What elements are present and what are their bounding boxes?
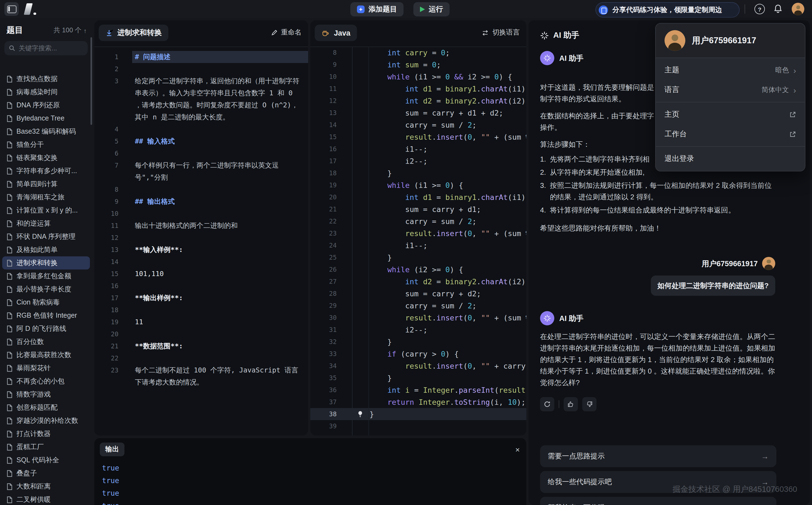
lightbulb-icon[interactable] [356,410,364,418]
markdown-line[interactable]: 1# 问题描述 [94,51,308,63]
user-avatar[interactable] [792,3,804,15]
sidebar-item[interactable]: 创意标题匹配 [2,401,90,414]
markdown-line[interactable]: 2 [94,63,308,75]
sidebar-item[interactable]: 叠盘子 [2,467,90,480]
code-editor[interactable]: 8 int carry = 0;9 int sum = 0;10 while (… [310,46,527,436]
code-line[interactable]: 25 } [310,251,527,264]
code-line[interactable]: 14 carry = sum / 2; [310,119,527,131]
markdown-line[interactable]: 17**输出样例**: [94,292,308,304]
problem-title-tab[interactable]: 进制求和转换 [99,25,168,41]
code-line[interactable]: 32 } [310,336,527,348]
markdown-line[interactable]: 10 [94,208,308,220]
switch-language-button[interactable]: 切换语言 [481,28,520,37]
suggestion-button[interactable]: 需要一点思路提示→ [540,445,776,467]
suggestion-button[interactable]: 帮我检查一下代码→ [540,497,776,505]
sidebar-item[interactable]: 字符串有多少种可... [2,164,90,177]
close-icon[interactable]: × [515,445,520,454]
markdown-line[interactable]: 4 [94,123,308,135]
code-line[interactable]: 33 if (carry > 0) { [310,348,527,360]
code-line[interactable]: 38} [310,408,527,420]
thumbs-up-button[interactable] [564,397,578,411]
sidebar-toggle-button[interactable] [4,2,19,16]
code-line[interactable]: 35 } [310,372,527,384]
sidebar-item[interactable]: 穿越沙漠的补给次数 [2,414,90,427]
regenerate-button[interactable] [540,397,554,411]
add-problem-button[interactable]: + 添加题目 [350,2,403,16]
sidebar-item[interactable]: 阿 D 的飞行路线 [2,322,90,335]
sidebar-item[interactable]: SQL 代码补全 [2,454,90,467]
dropdown-item-退出登录[interactable]: 退出登录 [656,149,805,169]
code-line[interactable]: 30 result.insert(0, "" + (sum % [310,312,527,324]
language-tab[interactable]: Java [315,25,357,41]
sidebar-item[interactable]: 病毒感染时间 [2,86,90,99]
sidebar-item[interactable]: 百分位数 [2,335,90,348]
sidebar-item[interactable]: 简单四则计算 [2,177,90,191]
code-line[interactable]: 23 result.insert(0, "" + (sum % [310,227,527,239]
markdown-editor[interactable]: 1# 问题描述23给定两个二进制字符串，返回他们的和（用十进制字符串表示）。输入… [94,46,308,436]
code-line[interactable]: 10 while (i1 >= 0 && i2 >= 0) { [310,71,527,83]
dropdown-item-语言[interactable]: 语言简体中文› [656,80,805,100]
markdown-line[interactable]: 9## 输出格式 [94,195,308,208]
sidebar-item[interactable]: 大数和距离 [2,480,90,493]
sidebar-item[interactable]: 及格如此简单 [2,243,90,256]
markdown-line[interactable]: 16 [94,280,308,292]
sidebar-item[interactable]: 链表聚集交换 [2,151,90,164]
markdown-line[interactable]: 1911 [94,316,308,328]
search-input[interactable]: 关键字搜索... [4,41,88,55]
sidebar-item[interactable]: RGB 色值转 Integer [2,309,90,322]
suggestion-button[interactable]: 给我一些代码提示吧→ [540,471,776,493]
code-line[interactable]: 9 int sum = 0; [310,58,527,71]
markdown-line[interactable]: 21**数据范围**: [94,340,308,352]
code-line[interactable]: 36 int i = Integer.parseInt(result.t [310,384,527,396]
code-line[interactable]: 13 sum = carry + d1 + d2; [310,107,527,119]
code-line[interactable]: 26 while (i2 >= 0) { [310,264,527,276]
markdown-line[interactable]: 5## 输入格式 [94,135,308,147]
markdown-line[interactable]: 11输出十进制格式的两个二进制的和 [94,220,308,232]
markdown-line[interactable]: 15101,110 [94,268,308,280]
sidebar-item[interactable]: Cion 勒索病毒 [2,296,90,309]
markdown-line[interactable]: 3给定两个二进制字符串，返回他们的和（用十进制字符串表示）。输入为非空字符串且只… [94,75,308,123]
sidebar-item[interactable]: 打点计数器 [2,427,90,440]
code-line[interactable]: 24 i1--; [310,239,527,251]
markdown-line[interactable]: 7每个样例只有一行，两个二进制字符串以英文逗号","分割 [94,159,308,183]
app-logo[interactable] [25,3,40,15]
markdown-line[interactable]: 20 [94,328,308,340]
markdown-line[interactable]: 6 [94,147,308,159]
dropdown-item-主题[interactable]: 主题暗色› [656,60,805,80]
notification-bell-icon[interactable] [773,4,783,14]
markdown-line[interactable]: 14 [94,256,308,268]
sidebar-item[interactable]: DNA 序列还原 [2,99,90,112]
markdown-line[interactable]: 23每个二进制不超过 100 个字符, JavaScript 语言下请考虑大数的… [94,364,308,388]
code-line[interactable]: 18 } [310,167,527,179]
sidebar-item[interactable]: Base32 编码和解码 [2,125,90,138]
code-line[interactable]: 17 i2--; [310,155,527,167]
code-line[interactable]: 20 int d1 = binary1.charAt(i1) - [310,191,527,203]
code-line[interactable]: 16 i1--; [310,143,527,155]
dropdown-item-工作台[interactable]: 工作台 [656,124,805,144]
promo-banner[interactable]: 分享代码练习体验，领限量定制周边 [595,2,740,17]
code-line[interactable]: 22 carry = sum / 2; [310,215,527,227]
output-tab[interactable]: 输出 [100,443,124,456]
code-line[interactable]: 15 result.insert(0, "" + (sum % [310,131,527,143]
sidebar-item[interactable]: Bytedance Tree [2,112,90,125]
sidebar-item[interactable]: 二叉树供暖 [2,493,90,505]
sidebar-item[interactable]: 拿到最多红包金额 [2,270,90,283]
code-line[interactable]: 8 int carry = 0; [310,46,527,58]
code-line[interactable]: 21 sum = carry + d1; [310,203,527,215]
code-line[interactable]: 19 while (i1 >= 0) { [310,179,527,191]
sidebar-item[interactable]: 最小替换子串长度 [2,283,90,296]
sidebar-item[interactable]: 比赛最高获胜次数 [2,348,90,361]
sidebar-item[interactable]: 查找热点数据 [2,72,90,86]
code-line[interactable]: 34 result.insert(0, "" + carry) [310,360,527,372]
sidebar-item[interactable]: 蛋糕工厂 [2,440,90,454]
sidebar-item[interactable]: 不再贪心的小包 [2,375,90,388]
sidebar-item[interactable]: 计算位置 x 到 y 的... [2,204,90,217]
code-line[interactable]: 28 sum = carry + d2; [310,288,527,300]
rename-button[interactable]: 重命名 [270,28,302,37]
sort-icon[interactable]: ↑ [84,27,87,34]
code-line[interactable]: 37 return Integer.toString(i, 10); [310,396,527,408]
markdown-line[interactable]: 18 [94,304,308,316]
sidebar-item[interactable]: 猫鱼分干 [2,138,90,151]
code-line[interactable]: 39 [310,420,527,432]
sidebar-item[interactable]: 青海湖租车之旅 [2,191,90,204]
